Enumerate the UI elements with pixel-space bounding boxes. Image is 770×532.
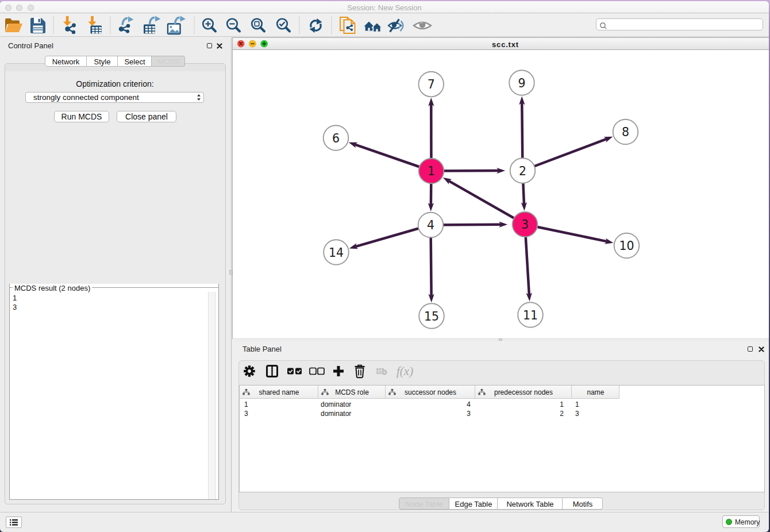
svg-text:9: 9 [518,76,525,90]
svg-text:14: 14 [329,246,344,260]
svg-text:f(x): f(x) [396,364,413,378]
svg-text:15: 15 [424,310,439,323]
svg-text:3: 3 [521,218,529,232]
svg-text:10: 10 [619,239,634,253]
svg-text:4: 4 [427,218,434,232]
svg-text:11: 11 [523,309,538,322]
svg-text:2: 2 [519,164,526,178]
svg-text:7: 7 [428,78,435,91]
svg-text:8: 8 [622,125,629,139]
svg-text:1: 1 [428,164,435,178]
svg-text:6: 6 [332,132,340,145]
